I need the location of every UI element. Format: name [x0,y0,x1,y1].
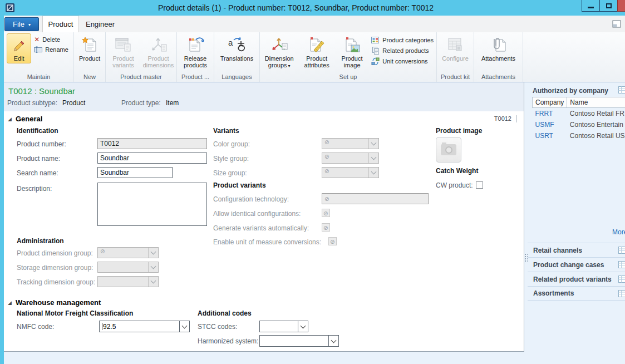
configure-label: Configure [442,55,469,62]
translations-button[interactable]: a Translations [215,33,259,63]
harmonized-system-label: Harmonized system: [198,337,258,345]
product-dimension-group-combo[interactable]: ⊘ [97,247,159,258]
factbox-item-assortments[interactable]: Assortments [528,286,625,301]
factbox-grid-icon[interactable] [618,86,625,94]
window-title: Product details (1) - Product number: T0… [0,0,592,16]
product-variants-icon [115,35,132,55]
cw-product-checkbox[interactable] [476,181,483,189]
file-menu-button[interactable]: File ▾ [4,17,39,31]
related-products-icon [371,47,380,55]
ribbon-group-setup: Dimension groups▾ Product attribut [260,32,437,82]
maximize-button[interactable] [599,0,618,12]
product-categories-label: Product categories [382,37,434,43]
chevron-down-icon: ▾ [28,22,31,27]
dropdown-caret-icon: ▾ [288,63,291,68]
table-row: FRRT Contoso Retail FR [533,108,625,120]
product-image-placeholder[interactable] [436,137,461,163]
no-entry-icon: ⊘ [324,196,329,202]
new-product-button[interactable]: Product [75,33,105,63]
product-attributes-button[interactable]: Product attributes [298,33,334,70]
authorized-companies-table: Company Name FRRT Contoso Retail FR USMF… [532,97,625,141]
enable-uom-checkbox[interactable]: ⊘ [328,237,337,245]
description-input[interactable] [97,183,207,226]
product-number-label: Product number: [17,140,66,148]
combo-chevron-icon [298,321,308,332]
form-bottom-strip [4,352,524,364]
company-name: Contoso Retail FR [567,108,625,120]
harmonized-system-combo[interactable] [259,335,339,347]
product-attributes-icon [308,35,325,55]
group-label-product-master: Product master [106,73,176,82]
size-group-combo[interactable]: ⊘ [322,167,379,178]
rename-label: Rename [45,46,68,53]
generate-variants-checkbox[interactable]: ⊘ [322,223,330,232]
color-group-combo[interactable]: ⊘ [322,138,379,149]
layout-panel-icon[interactable] [612,19,622,28]
size-group-label: Size group: [213,169,247,177]
product-type-value: Item [166,99,179,107]
general-collapse-icon[interactable]: ◢ [8,116,12,122]
warehouse-collapse-icon[interactable]: ◢ [8,300,12,306]
group-label-attachments: Attachments [475,73,522,82]
company-link[interactable]: USRT [533,130,567,141]
factbox-list: Retail channels Product change cases Rel… [528,243,625,301]
product-image-header: Product image [436,127,482,135]
section-general[interactable]: General [16,115,42,123]
product-categories-icon [371,36,380,44]
column-header-company[interactable]: Company [533,97,567,108]
factbox-splitter[interactable] [524,82,528,352]
company-link[interactable]: FRRT [533,108,567,120]
description-label: Description: [17,185,52,193]
product-categories-button[interactable]: Product categories [369,36,436,45]
product-image-button[interactable]: Product image [336,33,368,70]
product-details-window: Product details (1) - Product number: T0… [0,0,625,364]
product-dimension-group-label: Product dimension group: [17,249,93,257]
edit-pencil-icon [11,35,27,55]
column-header-name[interactable]: Name [567,97,625,108]
product-dimensions-button[interactable]: Product dimensions [141,33,176,70]
dimension-groups-button[interactable]: Dimension groups▾ [260,33,298,71]
search-name-field[interactable]: Soundbar [97,167,173,178]
authorized-by-company-header[interactable]: Authorized by company [533,87,608,95]
factbox-item-retail-channels[interactable]: Retail channels [528,243,625,257]
configuration-technology-field[interactable]: ⊘ [322,193,429,204]
tracking-dimension-group-combo[interactable] [97,276,159,287]
factbox-grid-icon [618,260,625,268]
edit-button[interactable]: Edit [7,33,31,63]
factbox-item-label: Related product variants [533,276,612,283]
tab-engineer[interactable]: Engineer [79,16,121,32]
ribbon-group-product-dots: Release products Product ... [177,32,214,82]
release-products-button[interactable]: Release products [178,33,213,70]
close-button[interactable] [617,0,625,12]
nmfc-code-combo[interactable]: 92.5 [99,321,190,332]
dimension-groups-label: Dimension groups▾ [262,55,297,70]
delete-button[interactable]: ✕ Delete [32,36,71,43]
style-group-combo[interactable]: ⊘ [322,153,379,164]
allow-identical-checkbox[interactable]: ⊘ [322,209,330,217]
combo-chevron-icon [148,277,158,287]
product-variants-button[interactable]: Product variants [106,33,140,70]
more-link[interactable]: More [612,228,625,236]
storage-dimension-group-combo[interactable] [97,262,159,273]
tab-product[interactable]: Product [42,16,79,32]
stcc-codes-combo[interactable] [259,321,308,332]
no-entry-icon: ⊘ [324,140,329,145]
section-warehouse[interactable]: Warehouse management [16,298,101,307]
company-link[interactable]: USMF [533,119,567,130]
minimize-button[interactable] [582,0,600,12]
group-label-setup: Set up [260,73,436,82]
factbox-item-product-change-cases[interactable]: Product change cases [528,257,625,272]
style-group-label: Style group: [213,155,249,163]
factbox-item-related-product-variants[interactable]: Related product variants [528,272,625,286]
unit-conversions-button[interactable]: Unit conversions [369,57,436,66]
attachments-button[interactable]: Attachments [475,33,522,63]
related-products-button[interactable]: Related products [369,46,436,55]
product-subtype-label: Product subtype: [7,99,57,107]
ribbon-group-maintain: Edit ✕ Delete Rename Mai [4,32,74,82]
combo-chevron-icon [148,248,158,258]
product-number-field[interactable]: T0012 [97,138,207,149]
product-variants-header: Product variants [213,181,266,189]
configure-button[interactable]: Configure [437,33,473,63]
product-name-field[interactable]: Soundbar [97,153,207,164]
rename-button[interactable]: Rename [32,46,71,53]
